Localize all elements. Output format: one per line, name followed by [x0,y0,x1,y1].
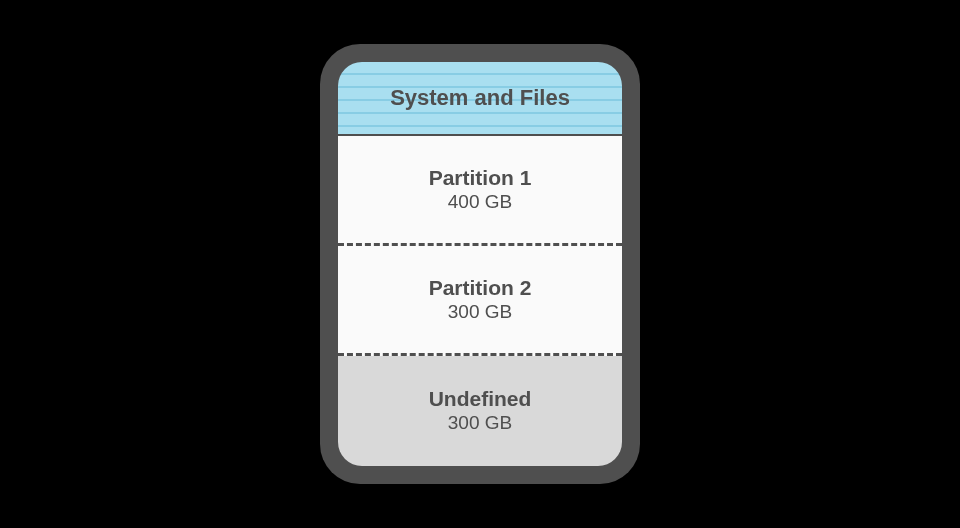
partition-2-name: Partition 2 [429,275,532,300]
partition-undefined-size: 300 GB [448,411,512,436]
partition-2-size: 300 GB [448,300,512,325]
disk-inner: System and Files Partition 1 400 GB Part… [338,62,622,466]
partition-1-size: 400 GB [448,190,512,215]
partition-2: Partition 2 300 GB [338,246,622,356]
partition-1-name: Partition 1 [429,165,532,190]
partition-undefined: Undefined 300 GB [338,356,622,466]
disk-header-title: System and Files [390,85,570,111]
partition-1: Partition 1 400 GB [338,136,622,246]
disk-diagram: System and Files Partition 1 400 GB Part… [320,44,640,484]
disk-header: System and Files [338,62,622,136]
partition-undefined-name: Undefined [429,386,532,411]
